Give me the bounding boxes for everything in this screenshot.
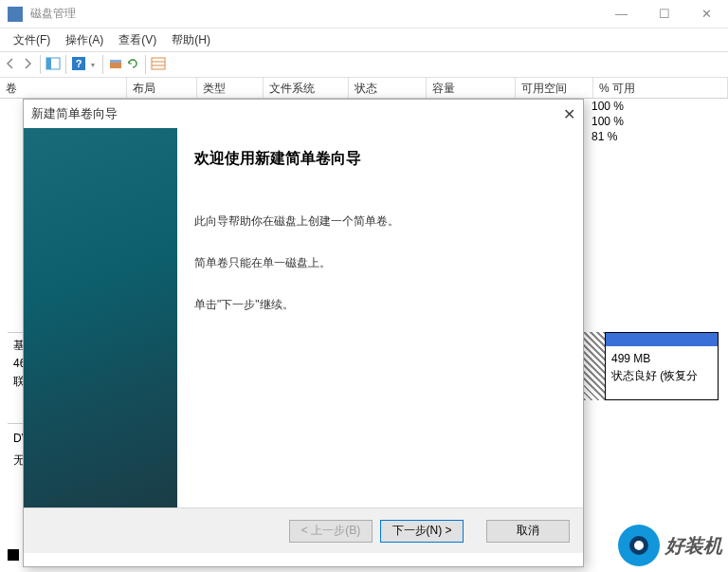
legend-swatch (8, 549, 19, 561)
row-pct: 81 % (592, 129, 720, 144)
cancel-button[interactable]: 取消 (486, 520, 570, 543)
wizard-button-row: < 上一步(B) 下一步(N) > 取消 (24, 507, 583, 553)
toolbar: ? ▼ (0, 51, 728, 78)
wizard-heading: 欢迎使用新建简单卷向导 (194, 149, 564, 169)
maximize-button[interactable]: ☐ (643, 1, 685, 28)
help-icon[interactable]: ? (71, 56, 86, 74)
wizard-close-button[interactable]: ✕ (551, 105, 575, 123)
svg-text:?: ? (76, 58, 82, 69)
refresh-icon[interactable] (125, 56, 140, 74)
col-volume[interactable]: 卷 (0, 78, 127, 98)
wizard-paragraph: 单击"下一步"继续。 (194, 296, 564, 313)
col-filesystem[interactable]: 文件系统 (264, 78, 349, 98)
minimize-button[interactable]: — (600, 1, 643, 28)
wizard-content: 欢迎使用新建简单卷向导 此向导帮助你在磁盘上创建一个简单卷。 简单卷只能在单一磁… (177, 128, 583, 507)
legend-unallocated (8, 549, 19, 561)
col-free[interactable]: 可用空间 (516, 78, 593, 98)
wizard-dialog: 新建简单卷向导 ✕ 欢迎使用新建简单卷向导 此向导帮助你在磁盘上创建一个简单卷。… (23, 99, 584, 567)
settings-icon[interactable] (108, 57, 123, 73)
app-icon (8, 7, 23, 22)
separator (40, 55, 41, 74)
watermark: 好装机 (618, 525, 722, 566)
col-layout[interactable]: 布局 (127, 78, 197, 98)
menu-file[interactable]: 文件(F) (6, 29, 58, 51)
wizard-side-graphic (24, 128, 177, 507)
partition-status: 状态良好 (恢复分 (611, 367, 712, 384)
dropdown-icon[interactable]: ▼ (88, 54, 98, 75)
separator (102, 55, 103, 74)
col-capacity[interactable]: 容量 (427, 78, 516, 98)
partition-size: 499 MB (611, 350, 712, 367)
wizard-body: 欢迎使用新建简单卷向导 此向导帮助你在磁盘上创建一个简单卷。 简单卷只能在单一磁… (24, 128, 583, 507)
col-status[interactable]: 状态 (349, 78, 427, 98)
close-button[interactable]: ✕ (685, 1, 728, 28)
menu-view[interactable]: 查看(V) (111, 29, 164, 51)
wizard-paragraph: 简单卷只能在单一磁盘上。 (194, 254, 564, 271)
menu-help[interactable]: 帮助(H) (164, 29, 218, 51)
column-headers: 卷 布局 类型 文件系统 状态 容量 可用空间 % 可用 (0, 78, 728, 99)
menu-bar: 文件(F) 操作(A) 查看(V) 帮助(H) (0, 28, 728, 51)
hatched-region (584, 332, 605, 400)
partition-box[interactable]: 499 MB 状态良好 (恢复分 (605, 332, 719, 400)
forward-icon[interactable] (20, 56, 35, 74)
row-pct: 100 % (592, 99, 720, 114)
next-button[interactable]: 下一步(N) > (380, 520, 464, 543)
svg-rect-4 (110, 62, 121, 68)
col-pct[interactable]: % 可用 (593, 78, 728, 98)
partition-strip: 499 MB 状态良好 (恢复分 (584, 332, 719, 400)
separator (145, 55, 146, 74)
separator (65, 55, 66, 74)
wizard-paragraph: 此向导帮助你在磁盘上创建一个简单卷。 (194, 212, 564, 230)
app-title: 磁盘管理 (30, 6, 600, 22)
back-button: < 上一步(B) (289, 520, 373, 543)
menu-action[interactable]: 操作(A) (58, 29, 111, 51)
list-icon[interactable] (151, 57, 166, 73)
wizard-title-text: 新建简单卷向导 (31, 105, 551, 122)
title-bar: 磁盘管理 — ☐ ✕ (0, 0, 728, 28)
back-icon[interactable] (3, 56, 18, 74)
partition-color-stripe (606, 333, 718, 346)
wizard-titlebar: 新建简单卷向导 ✕ (24, 100, 583, 128)
row-pct: 100 % (592, 114, 720, 129)
svg-rect-6 (152, 58, 165, 69)
svg-rect-5 (110, 60, 121, 63)
panel-icon[interactable] (46, 57, 61, 73)
svg-rect-1 (46, 58, 51, 69)
col-type[interactable]: 类型 (197, 78, 264, 98)
watermark-logo-icon (618, 525, 660, 566)
watermark-text: 好装机 (665, 533, 722, 559)
